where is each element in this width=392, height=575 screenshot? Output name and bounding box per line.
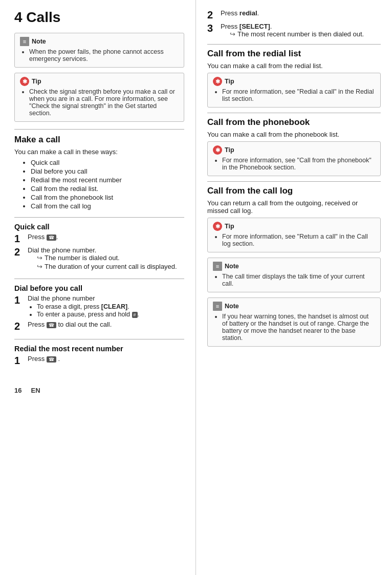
call-log-note2-content: If you hear warning tones, the handset i… (213, 313, 375, 342)
phonebook-tip-header: ✱ Tip (213, 145, 375, 155)
make-a-call-list: Quick call Dial before you call Redial t… (14, 159, 184, 210)
tip-icon-2: ✱ (213, 77, 222, 86)
list-item: Quick call (31, 159, 184, 166)
dial-before-title: Dial before you call (14, 284, 184, 292)
redial-list-tip-content: For more information, see "Redial a call… (213, 88, 375, 102)
quick-call-arrow1: ↪ The number is dialed out. (37, 254, 184, 262)
call-log-note1-header: ≡ Note (213, 262, 375, 271)
redial-list-tip: ✱ Tip For more information, see "Redial … (207, 73, 381, 108)
tip-content-1: Check the signal strength before you mak… (20, 88, 179, 117)
note-icon-2: ≡ (213, 262, 222, 271)
dial-before-section: Dial before you call 1 Dial the phone nu… (14, 284, 184, 332)
right-divider-2 (207, 113, 381, 113)
footer: 16 EN (14, 371, 184, 394)
talk-icon-3: ☎ (47, 356, 56, 363)
redial-steps-right: 2 Press redial. 3 Press [SELECT]. ↪ The … (207, 9, 381, 39)
redial-title: Redial the most recent number (14, 345, 184, 353)
quick-call-step1: 1 Press ☎. (14, 233, 184, 244)
note-header-1: ≡ Note (20, 37, 179, 46)
talk-icon: ☎ (47, 235, 56, 241)
call-log-tip-header: ✱ Tip (213, 222, 375, 231)
hash-icon: # (132, 312, 138, 318)
divider-4 (14, 339, 184, 339)
make-a-call-title: Make a call (14, 135, 184, 145)
redial-list-intro: You can make a call from the redial list… (207, 62, 381, 70)
list-item: To enter a pause, press and hold #. (37, 311, 184, 318)
redial-section: Redial the most recent number 1 Press ☎ … (14, 345, 184, 366)
quick-call-section: Quick call 1 Press ☎. 2 Dial the phone n… (14, 223, 184, 271)
call-log-tip-content: For more information, see "Return a call… (213, 233, 375, 247)
note-content-1: When the power fails, the phone cannot a… (20, 48, 179, 62)
call-log-note2-header: ≡ Note (213, 302, 375, 311)
list-item: Call from the phonebook list (31, 194, 184, 201)
call-log-note2: ≡ Note If you hear warning tones, the ha… (207, 297, 381, 347)
redial-step1: 1 Press ☎ . (14, 355, 184, 366)
call-log-section: Call from the call log You can return a … (207, 186, 381, 347)
redial-step3: 3 Press [SELECT]. ↪ The most recent numb… (207, 23, 381, 39)
redial-list-section: Call from the redial list You can make a… (207, 49, 381, 108)
note-icon-3: ≡ (213, 302, 222, 311)
make-a-call-intro: You can make a call in these ways: (14, 148, 184, 156)
call-log-tip: ✱ Tip For more information, see "Return … (207, 218, 381, 252)
page: 4 Calls ≡ Note When the power fails, the… (0, 0, 392, 575)
page-title: 4 Calls (14, 9, 184, 26)
list-item: Call from the redial list. (31, 185, 184, 193)
talk-icon-2: ☎ (47, 322, 56, 328)
right-divider-3 (207, 181, 381, 182)
call-log-note1-content: The call timer displays the talk time of… (213, 273, 375, 287)
quick-call-title: Quick call (14, 223, 184, 231)
right-column: 2 Press redial. 3 Press [SELECT]. ↪ The … (196, 0, 392, 575)
list-item: To erase a digit, press [CLEAR]. (37, 303, 184, 310)
redial-step2: 2 Press redial. (207, 9, 381, 20)
list-item: Redial the most recent number (31, 176, 184, 184)
right-divider-1 (207, 44, 381, 45)
call-log-note1: ≡ Note The call timer displays the talk … (207, 258, 381, 292)
tip-header-1: ✱ Tip (20, 77, 179, 86)
phonebook-tip-content: For more information, see "Call from the… (213, 157, 375, 171)
dial-before-step2: 2 Press ☎ to dial out the call. (14, 321, 184, 332)
redial-list-tip-header: ✱ Tip (213, 77, 375, 86)
tip-icon-1: ✱ (20, 77, 29, 86)
make-a-call-section: Make a call You can make a call in these… (14, 135, 184, 210)
page-number: 16 (14, 387, 21, 394)
tip-icon-4: ✱ (213, 222, 222, 231)
dial-before-step1: 1 Dial the phone number To erase a digit… (14, 294, 184, 318)
note-box-1: ≡ Note When the power fails, the phone c… (14, 33, 184, 68)
list-item: Dial before you call (31, 167, 184, 175)
divider-2 (14, 217, 184, 218)
divider-1 (14, 129, 184, 130)
phonebook-section: Call from the phonebook You can make a c… (207, 117, 381, 176)
quick-call-arrow2: ↪ The duration of your current call is d… (37, 263, 184, 270)
redial-arrow1: ↪ The most recent number is then dialed … (230, 30, 381, 38)
redial-list-title: Call from the redial list (207, 49, 381, 59)
divider-3 (14, 279, 184, 279)
page-lang: EN (31, 387, 40, 394)
tip-box-1: ✱ Tip Check the signal strength before y… (14, 73, 184, 122)
tip-icon-3: ✱ (213, 145, 222, 155)
dial-before-subbullets: To erase a digit, press [CLEAR]. To ente… (28, 303, 184, 318)
call-log-intro: You can return a call from the outgoing,… (207, 199, 381, 215)
list-item: Call from the call log (31, 202, 184, 210)
left-column: 4 Calls ≡ Note When the power fails, the… (0, 0, 196, 575)
quick-call-step2: 2 Dial the phone number. ↪ The number is… (14, 246, 184, 271)
phonebook-intro: You can make a call from the phonebook l… (207, 131, 381, 138)
note-icon-1: ≡ (20, 37, 29, 46)
phonebook-title: Call from the phonebook (207, 117, 381, 127)
phonebook-tip: ✱ Tip For more information, see "Call fr… (207, 141, 381, 176)
call-log-title: Call from the call log (207, 186, 381, 196)
